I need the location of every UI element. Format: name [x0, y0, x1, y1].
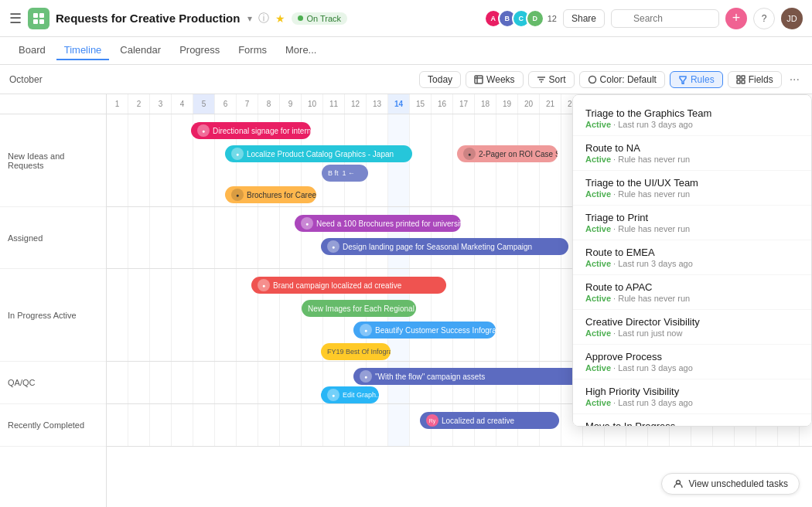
share-button[interactable]: Share	[563, 9, 605, 28]
on-track-label: On Track	[306, 14, 341, 23]
color-label: Color: Default	[600, 74, 657, 85]
tab-progress[interactable]: Progress	[172, 41, 227, 60]
on-track-badge: On Track	[292, 12, 347, 25]
bar-2pager-roi[interactable]: ● 2-Pager on ROI Case Study	[457, 145, 558, 162]
bar-brochures-career[interactable]: ● Brochures for Career Fair	[225, 186, 316, 203]
more-options-icon[interactable]: ···	[786, 73, 803, 87]
today-button[interactable]: Today	[419, 71, 461, 88]
rule-route-emea[interactable]: Route to EMEA Active · Last run 3 days a…	[573, 240, 811, 275]
nav-tabs: Board Timeline Calendar Progress Forms M…	[0, 37, 812, 65]
chevron-down-icon[interactable]: ▾	[247, 13, 252, 24]
rule-route-na[interactable]: Route to NA Active · Rule has never run	[573, 136, 811, 171]
bar-localize-product[interactable]: ● Localize Product Catalog Graphics - Ja…	[225, 145, 412, 162]
bar-100-brochures[interactable]: ● Need a 100 Brochures printed for unive…	[295, 215, 461, 232]
bar-fy19[interactable]: FY19 Best Of Infographic	[321, 343, 391, 360]
row-label-recently: Recently Completed	[0, 404, 106, 447]
avatar-4: D	[526, 9, 544, 28]
row-labels: New Ideas and Requests Assigned In Progr…	[0, 94, 107, 507]
fields-label: Fields	[749, 74, 773, 85]
bar-with-the-flow[interactable]: ● "With the flow" campaign assets	[353, 368, 582, 385]
col-14: 14	[388, 94, 410, 114]
star-icon[interactable]: ★	[275, 12, 285, 25]
rule-high-priority[interactable]: High Priority Visibility Active · Last r…	[573, 379, 811, 414]
col-17: 17	[453, 94, 475, 114]
timeline-container: New Ideas and Requests Assigned In Progr…	[0, 94, 812, 507]
col-3: 3	[150, 94, 172, 114]
row-label-qa: QA/QC	[0, 362, 106, 404]
bar-localized-ad[interactable]: Ry Localized ad creative	[420, 412, 559, 429]
svg-rect-15	[737, 80, 740, 83]
search-input[interactable]	[611, 9, 719, 28]
header-right: A B C D 12 Share + ? JD	[484, 8, 803, 29]
timeline-scroll: 1 2 3 4 5 6 7 8 9 10 11 12 13 14 15 16 1…	[107, 94, 812, 507]
svg-rect-14	[742, 76, 745, 79]
fields-button[interactable]: Fields	[728, 71, 782, 88]
help-button[interactable]: ?	[753, 8, 775, 29]
col-21: 21	[540, 94, 561, 114]
status-dot	[298, 15, 303, 21]
app-icon	[28, 8, 49, 29]
col-12: 12	[345, 94, 367, 114]
col-19: 19	[496, 94, 518, 114]
bar-brand-campaign[interactable]: ● Brand campaign localized ad creative	[251, 277, 446, 294]
header: ☰ Requests for Creative Production ▾ ⓘ ★…	[0, 0, 812, 37]
svg-rect-6	[475, 76, 483, 83]
col-1: 1	[107, 94, 128, 114]
user-avatar[interactable]: JD	[781, 8, 803, 29]
add-button[interactable]: +	[725, 8, 747, 29]
bar-directional-signage[interactable]: ● Directional signage for internal event…	[191, 122, 311, 139]
rule-triage-uiux[interactable]: Triage to the UI/UX Team Active · Rule h…	[573, 171, 811, 206]
tab-board[interactable]: Board	[11, 41, 53, 60]
tab-forms[interactable]: Forms	[230, 41, 275, 60]
rules-label: Rules	[691, 74, 715, 85]
bar-edit-graph[interactable]: ● Edit Graph...	[321, 386, 379, 403]
tab-calendar[interactable]: Calendar	[112, 41, 169, 60]
unscheduled-tasks-button[interactable]: View unscheduled tasks	[661, 473, 800, 495]
rules-button[interactable]: Rules	[670, 71, 723, 88]
timeline-toolbar: October Today Weeks Sort Color: Default …	[0, 65, 812, 94]
svg-rect-3	[39, 19, 44, 24]
weeks-label: Weeks	[486, 74, 514, 85]
col-20: 20	[518, 94, 540, 114]
svg-rect-16	[742, 80, 745, 83]
rule-triage-graphics[interactable]: Triage to the Graphics Team Active · Las…	[573, 101, 811, 136]
svg-rect-0	[33, 13, 38, 18]
rule-route-apac[interactable]: Route to APAC Active · Rule has never ru…	[573, 275, 811, 310]
info-icon[interactable]: ⓘ	[258, 12, 269, 26]
search-wrap	[611, 9, 719, 28]
col-7: 7	[237, 94, 258, 114]
color-button[interactable]: Color: Default	[579, 71, 665, 88]
col-2: 2	[128, 94, 150, 114]
svg-rect-2	[33, 19, 38, 24]
tab-timeline[interactable]: Timeline	[56, 41, 110, 60]
rule-creative-director[interactable]: Creative Director Visibility Active · La…	[573, 310, 811, 345]
row-label-assigned: Assigned	[0, 207, 106, 269]
rule-move-to-in-progress[interactable]: Move to In Progress	[573, 414, 811, 427]
svg-rect-1	[39, 13, 44, 18]
hamburger-icon[interactable]: ☰	[9, 10, 22, 27]
col-10: 10	[302, 94, 323, 114]
rule-triage-print[interactable]: Triage to Print Active · Rule has never …	[573, 206, 811, 240]
bar-new-images[interactable]: New Images for Each Regional Office	[302, 300, 416, 317]
weeks-button[interactable]: Weeks	[466, 71, 523, 88]
project-title: Requests for Creative Production	[56, 12, 240, 25]
col-13: 13	[367, 94, 388, 114]
tab-more[interactable]: More...	[278, 41, 324, 60]
col-9: 9	[280, 94, 302, 114]
col-18: 18	[475, 94, 496, 114]
col-16: 16	[432, 94, 453, 114]
col-15: 15	[410, 94, 432, 114]
bar-beautify-infographic[interactable]: ● Beautify Customer Success Infographic	[353, 322, 496, 339]
bar-design-landing[interactable]: ● Design landing page for Seasonal Marke…	[321, 238, 568, 255]
col-11: 11	[323, 94, 345, 114]
svg-rect-13	[737, 76, 740, 79]
bar-badge[interactable]: B ft 1 ←	[322, 165, 368, 182]
col-5: 5	[193, 94, 215, 114]
sort-button[interactable]: Sort	[528, 71, 575, 88]
col-6: 6	[215, 94, 237, 114]
row-label-in-progress: In Progress Active	[0, 269, 106, 362]
rule-approve-process[interactable]: Approve Process Active · Last run 3 days…	[573, 345, 811, 379]
toolbar-month: October	[9, 74, 43, 85]
avatar-count: 12	[548, 14, 557, 23]
sort-label: Sort	[549, 74, 566, 85]
